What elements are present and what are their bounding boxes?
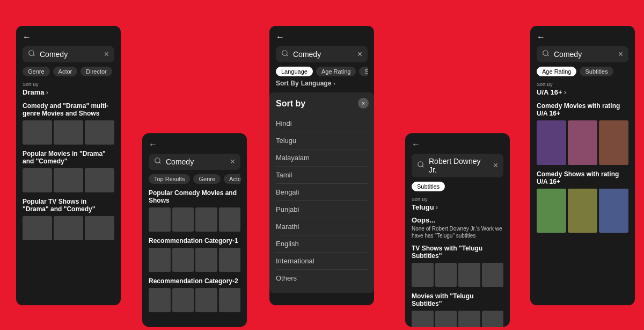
back-button[interactable]: ←	[412, 140, 503, 149]
movie-thumb-5[interactable]	[54, 168, 83, 192]
movie-thumb-10[interactable]	[172, 288, 194, 312]
section1-movie-grid	[537, 120, 628, 165]
sort-modal: Sort by × Hindi Telugu Malayalam Tamil B…	[269, 92, 374, 293]
movie-thumb-11[interactable]	[195, 288, 217, 312]
filter-chips: Top Results Genre Actor Director Lan	[149, 174, 240, 184]
movie-thumb-8[interactable]	[482, 311, 504, 327]
movie-thumb-7[interactable]	[195, 248, 217, 272]
movie-card-4[interactable]	[537, 189, 566, 233]
chip-genre[interactable]: Genre	[193, 174, 221, 184]
clear-button[interactable]: ×	[493, 161, 498, 170]
filter-value[interactable]: Language	[301, 80, 332, 87]
movie-thumb-2[interactable]	[54, 120, 83, 145]
search-input[interactable]: Comedy	[293, 50, 353, 59]
option-telugu[interactable]: Telugu	[276, 132, 368, 149]
movie-thumb-4[interactable]	[219, 207, 241, 232]
chip-top-results[interactable]: Top Results	[149, 174, 190, 184]
sort-value[interactable]: Drama	[23, 88, 48, 96]
back-button[interactable]: ←	[149, 140, 240, 149]
movie-thumb-8[interactable]	[54, 216, 83, 240]
search-icon	[28, 49, 35, 59]
movie-thumb-7[interactable]	[458, 311, 480, 327]
movie-card-3[interactable]	[599, 120, 628, 165]
svg-line-1	[33, 55, 35, 56]
movie-thumb-9[interactable]	[85, 216, 114, 240]
search-bar[interactable]: Robert Downey Jr. ×	[412, 154, 503, 177]
option-international[interactable]: International	[276, 253, 368, 270]
movie-thumb-5[interactable]	[149, 248, 171, 272]
option-punjabi[interactable]: Punjabi	[276, 201, 368, 218]
clear-button[interactable]: ×	[357, 49, 362, 59]
sort-value[interactable]: Telugu	[412, 203, 438, 211]
back-button[interactable]: ←	[276, 32, 368, 42]
chip-language[interactable]: Language	[276, 67, 313, 76]
option-english[interactable]: English	[276, 235, 368, 253]
movie-card-1[interactable]	[537, 120, 566, 165]
svg-point-4	[282, 51, 287, 55]
chip-subtitles[interactable]: Subtitles	[580, 67, 613, 76]
svg-line-5	[287, 55, 288, 56]
movie-thumb-6[interactable]	[435, 311, 457, 327]
option-others[interactable]: Others	[276, 270, 368, 286]
option-malayalam[interactable]: Malayalam	[276, 149, 368, 167]
movie-thumb-1[interactable]	[412, 263, 434, 287]
section3-movies	[149, 288, 240, 312]
movie-thumb-12[interactable]	[219, 288, 241, 312]
movie-thumb-7[interactable]	[23, 216, 52, 240]
back-button[interactable]: ←	[23, 32, 114, 42]
search-bar[interactable]: Comedy ×	[149, 154, 240, 170]
chip-actor[interactable]: Actor	[53, 67, 78, 76]
chip-age-rating[interactable]: Age Rating	[537, 67, 576, 76]
search-bar[interactable]: Comedy ×	[23, 46, 114, 62]
movie-thumb-1[interactable]	[149, 207, 171, 232]
movie-thumb-6[interactable]	[172, 248, 194, 272]
svg-point-6	[418, 162, 423, 167]
movie-thumb-5[interactable]	[412, 311, 434, 327]
movie-thumb-3[interactable]	[85, 120, 114, 145]
movie-thumb-6[interactable]	[85, 168, 114, 192]
clear-button[interactable]: ×	[230, 157, 235, 167]
chip-actor[interactable]: Actor	[224, 174, 240, 184]
search-input[interactable]: Comedy	[40, 50, 100, 59]
search-input[interactable]: Comedy	[554, 50, 614, 59]
movie-thumb-1[interactable]	[23, 120, 52, 145]
movie-card-2[interactable]	[568, 120, 597, 165]
chip-director[interactable]: Director	[80, 67, 112, 76]
chip-genre[interactable]: Genre	[23, 67, 50, 76]
search-bar[interactable]: Comedy ×	[276, 46, 368, 62]
movie-thumb-8[interactable]	[219, 248, 241, 272]
movie-thumb-2[interactable]	[435, 263, 457, 287]
sort-value[interactable]: U/A 16+	[537, 88, 566, 96]
search-input[interactable]: Robert Downey Jr.	[429, 157, 489, 174]
section2-movies	[23, 168, 114, 192]
oops-message: None of Robert Downey Jr.'s Work we have…	[412, 225, 503, 239]
chip-subtitles[interactable]: Subtitles	[359, 67, 368, 76]
section1-title: Comedy Movies with rating U/A 16+	[537, 102, 628, 117]
screen-telugu-subtitles: ← Robert Downey Jr. × Subtitles Sort By …	[405, 133, 510, 327]
search-input[interactable]: Comedy	[166, 157, 226, 166]
option-tamil[interactable]: Tamil	[276, 167, 368, 184]
movie-thumb-2[interactable]	[172, 207, 194, 232]
section1-title: TV Shows with "Telugu Subtitles"	[412, 245, 503, 260]
chip-subtitles[interactable]: Subtitles	[412, 182, 445, 191]
option-hindi[interactable]: Hindi	[276, 115, 368, 132]
option-marathi[interactable]: Marathi	[276, 218, 368, 235]
filter-chips: Subtitles	[412, 182, 503, 191]
search-bar[interactable]: Comedy ×	[537, 46, 628, 62]
movie-thumb-4[interactable]	[23, 168, 52, 192]
chip-age-rating[interactable]: Age Rating	[316, 67, 356, 76]
section2-movie-grid	[537, 189, 628, 233]
clear-button[interactable]: ×	[618, 49, 623, 59]
movie-thumb-3[interactable]	[195, 207, 217, 232]
movie-card-5[interactable]	[568, 189, 597, 233]
filter-chips: Age Rating Subtitles	[537, 67, 628, 76]
movie-thumb-9[interactable]	[149, 288, 171, 312]
option-bengali[interactable]: Bengali	[276, 184, 368, 201]
back-button[interactable]: ←	[537, 32, 628, 42]
clear-button[interactable]: ×	[104, 49, 109, 59]
sort-modal-close-button[interactable]: ×	[358, 98, 369, 109]
movie-thumb-4[interactable]	[482, 263, 504, 287]
top-section: ← Comedy × Language Age Rating Subtitles…	[269, 26, 374, 87]
movie-thumb-3[interactable]	[458, 263, 480, 287]
movie-card-6[interactable]	[599, 189, 628, 233]
